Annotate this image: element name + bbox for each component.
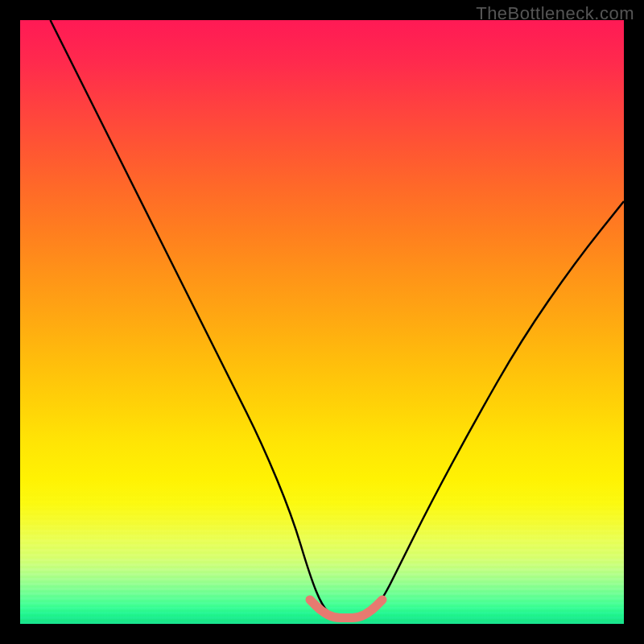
bottleneck-curve (51, 20, 625, 618)
chart-svg (20, 20, 624, 624)
chart-plot-area (20, 20, 624, 624)
watermark-text: TheBottleneck.com (476, 3, 634, 24)
